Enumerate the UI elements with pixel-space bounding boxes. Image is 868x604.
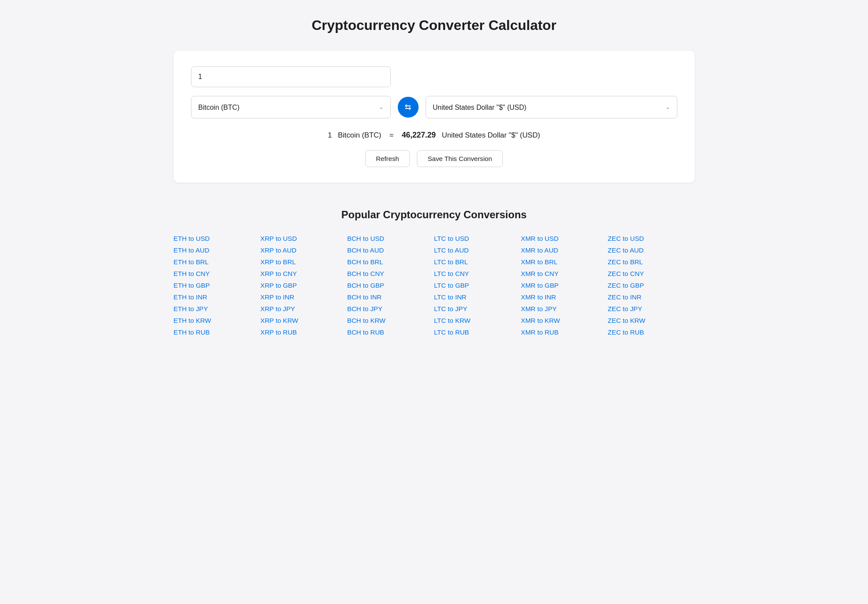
conversion-link[interactable]: BCH to GBP — [347, 282, 434, 289]
conversion-link[interactable]: ZEC to AUD — [608, 246, 695, 254]
conversion-link[interactable]: BCH to JPY — [347, 305, 434, 312]
conversion-link[interactable]: ZEC to BRL — [608, 258, 695, 266]
conversion-link[interactable]: ETH to BRL — [174, 258, 261, 266]
conversion-link[interactable]: XRP to JPY — [261, 305, 347, 312]
refresh-button[interactable]: Refresh — [365, 150, 410, 167]
conversion-link[interactable]: XRP to BRL — [261, 258, 347, 266]
conversion-link[interactable]: XMR to CNY — [521, 270, 608, 277]
conversion-link[interactable]: LTC to BRL — [434, 258, 521, 266]
conversion-link[interactable]: BCH to INR — [347, 293, 434, 301]
conversion-link[interactable]: BCH to KRW — [347, 317, 434, 324]
conversion-link[interactable]: XMR to AUD — [521, 246, 608, 254]
conversion-link[interactable]: ETH to INR — [174, 293, 261, 301]
conversion-link[interactable]: LTC to RUB — [434, 328, 521, 336]
conversion-link[interactable]: ZEC to RUB — [608, 328, 695, 336]
conversion-link[interactable]: XRP to AUD — [261, 246, 347, 254]
conversion-link[interactable]: XMR to INR — [521, 293, 608, 301]
result-from-label: Bitcoin (BTC) — [338, 131, 381, 139]
page-title: Cryptocurrency Converter Calculator — [26, 17, 842, 33]
conversion-link[interactable]: BCH to BRL — [347, 258, 434, 266]
to-chevron-icon: ⌄ — [666, 104, 670, 110]
conversion-link[interactable]: ZEC to KRW — [608, 317, 695, 324]
result-row: 1 Bitcoin (BTC) = 46,227.29 United State… — [191, 131, 677, 140]
conversion-link[interactable]: XRP to USD — [261, 235, 347, 242]
conversion-link[interactable]: XMR to GBP — [521, 282, 608, 289]
popular-section: Popular Cryptocurrency Conversions ETH t… — [174, 209, 695, 336]
conversion-link[interactable]: ETH to USD — [174, 235, 261, 242]
conversion-link[interactable]: LTC to USD — [434, 235, 521, 242]
result-to-qty: 46,227.29 — [402, 131, 436, 139]
swap-button[interactable]: ⇆ — [398, 97, 419, 118]
conversion-link[interactable]: BCH to AUD — [347, 246, 434, 254]
selectors-row: Bitcoin (BTC) ⌄ ⇆ United States Dollar "… — [191, 96, 677, 118]
conversion-link[interactable]: XRP to GBP — [261, 282, 347, 289]
conversion-column-col-xmr: XMR to USDXMR to AUDXMR to BRLXMR to CNY… — [521, 235, 608, 336]
conversion-link[interactable]: LTC to KRW — [434, 317, 521, 324]
conversion-link[interactable]: XRP to INR — [261, 293, 347, 301]
result-from-qty: 1 — [328, 131, 332, 139]
conversion-link[interactable]: XRP to RUB — [261, 328, 347, 336]
conversion-link[interactable]: ZEC to GBP — [608, 282, 695, 289]
to-currency-select[interactable]: United States Dollar "$" (USD) — [433, 104, 662, 111]
conversion-link[interactable]: XMR to JPY — [521, 305, 608, 312]
conversion-link[interactable]: XRP to KRW — [261, 317, 347, 324]
conversion-link[interactable]: LTC to CNY — [434, 270, 521, 277]
amount-input[interactable] — [191, 66, 391, 87]
actions-row: Refresh Save This Conversion — [191, 150, 677, 167]
result-equals: = — [389, 131, 394, 139]
conversion-link[interactable]: ZEC to CNY — [608, 270, 695, 277]
conversion-link[interactable]: ETH to GBP — [174, 282, 261, 289]
conversion-link[interactable]: LTC to AUD — [434, 246, 521, 254]
conversion-link[interactable]: ETH to AUD — [174, 246, 261, 254]
conversion-link[interactable]: XMR to USD — [521, 235, 608, 242]
conversion-column-col-eth: ETH to USDETH to AUDETH to BRLETH to CNY… — [174, 235, 261, 336]
conversion-link[interactable]: LTC to GBP — [434, 282, 521, 289]
from-chevron-icon: ⌄ — [379, 104, 383, 110]
conversion-column-col-ltc: LTC to USDLTC to AUDLTC to BRLLTC to CNY… — [434, 235, 521, 336]
conversion-column-col-zec: ZEC to USDZEC to AUDZEC to BRLZEC to CNY… — [608, 235, 695, 336]
conversion-link[interactable]: LTC to JPY — [434, 305, 521, 312]
swap-icon: ⇆ — [405, 103, 411, 112]
popular-title: Popular Cryptocurrency Conversions — [174, 209, 695, 221]
conversion-link[interactable]: ETH to CNY — [174, 270, 261, 277]
conversions-grid: ETH to USDETH to AUDETH to BRLETH to CNY… — [174, 235, 695, 336]
conversion-link[interactable]: ETH to JPY — [174, 305, 261, 312]
conversion-link[interactable]: BCH to USD — [347, 235, 434, 242]
conversion-link[interactable]: LTC to INR — [434, 293, 521, 301]
from-currency-wrapper: Bitcoin (BTC) ⌄ — [191, 96, 391, 118]
to-currency-wrapper: United States Dollar "$" (USD) ⌄ — [426, 96, 677, 118]
conversion-link[interactable]: XMR to KRW — [521, 317, 608, 324]
conversion-column-col-bch: BCH to USDBCH to AUDBCH to BRLBCH to CNY… — [347, 235, 434, 336]
conversion-link[interactable]: BCH to CNY — [347, 270, 434, 277]
from-currency-select[interactable]: Bitcoin (BTC) — [198, 104, 376, 111]
save-conversion-button[interactable]: Save This Conversion — [417, 150, 503, 167]
conversion-link[interactable]: ZEC to JPY — [608, 305, 695, 312]
converter-card: Bitcoin (BTC) ⌄ ⇆ United States Dollar "… — [174, 51, 695, 183]
conversion-link[interactable]: ZEC to INR — [608, 293, 695, 301]
conversion-link[interactable]: BCH to RUB — [347, 328, 434, 336]
conversion-link[interactable]: XMR to BRL — [521, 258, 608, 266]
conversion-link[interactable]: XMR to RUB — [521, 328, 608, 336]
result-to-label: United States Dollar "$" (USD) — [442, 131, 540, 139]
conversion-column-col-xrp: XRP to USDXRP to AUDXRP to BRLXRP to CNY… — [261, 235, 347, 336]
conversion-link[interactable]: ZEC to USD — [608, 235, 695, 242]
conversion-link[interactable]: XRP to CNY — [261, 270, 347, 277]
conversion-link[interactable]: ETH to KRW — [174, 317, 261, 324]
conversion-link[interactable]: ETH to RUB — [174, 328, 261, 336]
